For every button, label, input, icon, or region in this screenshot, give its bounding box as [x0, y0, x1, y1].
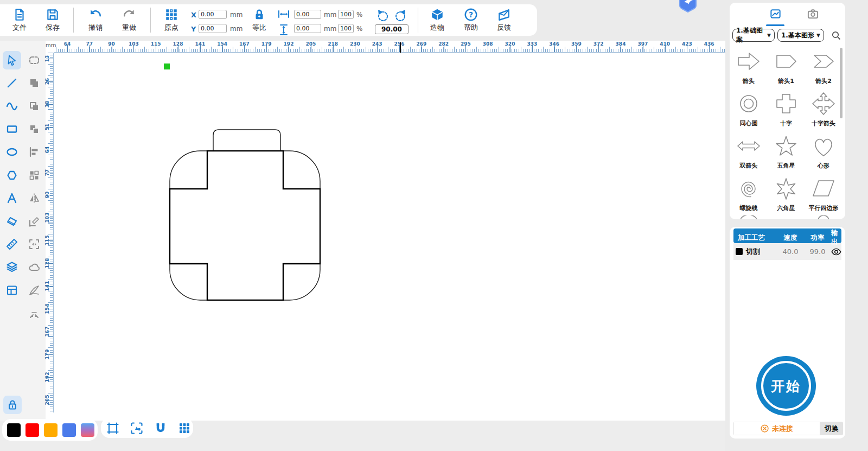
color-swatch-red[interactable] [25, 423, 39, 437]
undo-button[interactable]: 撤销 [82, 8, 108, 34]
shape-item-heart[interactable]: 心形 [807, 133, 840, 170]
curve-tool[interactable] [3, 97, 21, 116]
layout-tool[interactable] [3, 281, 21, 300]
collapse-panel-button[interactable] [25, 304, 43, 322]
ellipse-tool[interactable] [3, 143, 21, 161]
shape-item-arrow[interactable]: 箭头 [732, 48, 765, 85]
line-tool[interactable] [3, 74, 21, 92]
laser-position-marker[interactable] [164, 63, 170, 69]
shape-item-arrow2[interactable]: 箭头2 [807, 48, 840, 85]
width-percent-input[interactable] [338, 10, 354, 19]
mirror-tool[interactable] [25, 189, 43, 207]
color-swatch-orange[interactable] [44, 423, 58, 437]
cloud-tool[interactable] [25, 258, 43, 276]
shape-item-double-arrow[interactable]: 双箭头 [732, 133, 765, 170]
shape-item-cross-arrow[interactable]: 十字箭头 [807, 91, 840, 128]
subtract-icon [28, 100, 41, 113]
help-button[interactable]: ? 帮助 [458, 8, 484, 34]
application-window: mm 6477901031151281411541671791922052182… [0, 0, 868, 451]
distribute-tool[interactable] [25, 166, 43, 185]
process-card: 加工工艺 速度 功率 输出 切割 40.0 99.0 开始 [730, 227, 845, 439]
shape-item-star5[interactable]: 五角星 [769, 133, 803, 170]
connection-status: 未连接 [733, 422, 820, 435]
ruler-icon [5, 238, 18, 251]
shape-item-concentric-circle[interactable]: 同心圆 [732, 91, 765, 128]
intersect-icon [28, 123, 41, 136]
tab-gallery[interactable] [764, 8, 786, 26]
color-swatch-blue[interactable] [62, 423, 76, 437]
active-tab-underline [766, 24, 784, 26]
artboard-frame-icon [106, 421, 120, 435]
artboard-frame-button[interactable] [106, 421, 120, 435]
y-label: Y [191, 25, 196, 33]
width-unit: mm [324, 11, 336, 18]
shape-item-cross[interactable]: 十字 [769, 91, 803, 128]
color-swatch-gradient[interactable] [81, 423, 94, 437]
eraser-tool[interactable] [3, 212, 21, 231]
output-visibility-toggle[interactable] [831, 247, 841, 256]
text-tool[interactable] [3, 189, 21, 207]
subtract-tool[interactable] [25, 97, 43, 116]
start-button[interactable]: 开始 [756, 356, 816, 416]
polygon-tool[interactable] [3, 166, 21, 185]
grid-toggle-button[interactable] [177, 421, 192, 435]
union-tool[interactable] [25, 74, 43, 92]
shape-item-star6[interactable]: 六角星 [769, 175, 803, 212]
shape-library-scrollbar[interactable] [840, 48, 843, 118]
save-button[interactable]: 保存 [40, 8, 66, 34]
proportional-lock-button[interactable]: 等比 [246, 8, 272, 34]
canvas-lock-button[interactable] [3, 396, 22, 414]
snap-magnet-button[interactable] [154, 421, 168, 435]
rotation-input[interactable] [375, 24, 409, 34]
layer-color-swatch[interactable] [736, 248, 743, 255]
select-tool[interactable] [3, 51, 21, 69]
shape-item-parallelogram[interactable]: 平行四边形 [807, 175, 840, 212]
shape-library-card: 1.基础图案 ▼ 1.基本图形 ▼ 箭头 箭头1 箭头2 同心圆 十字 [730, 3, 845, 219]
height-input[interactable] [294, 24, 321, 33]
frame-tool[interactable] [25, 235, 43, 253]
height-percent-input[interactable] [338, 24, 354, 33]
shape-item-partial[interactable] [810, 215, 837, 219]
canvas-object-box-design[interactable] [163, 125, 326, 304]
color-swatch-black[interactable] [7, 423, 21, 437]
category-dropdown[interactable]: 1.基础图案 ▼ [732, 29, 775, 42]
cursor-icon [5, 54, 18, 67]
y-input[interactable] [199, 24, 227, 33]
measure-tool[interactable] [3, 235, 21, 253]
shape-item-spiral[interactable]: 螺旋线 [732, 175, 765, 212]
x-input[interactable] [199, 10, 227, 19]
layers-tool[interactable] [3, 258, 21, 276]
rotate-ccw-button[interactable] [376, 9, 390, 23]
union-icon [28, 77, 41, 90]
search-icon[interactable] [832, 31, 841, 40]
toolbar-divider [73, 8, 74, 33]
pen-tool[interactable] [25, 281, 43, 300]
shape-item-arrow1[interactable]: 箭头1 [769, 48, 803, 85]
layers-icon [5, 261, 18, 274]
assistant-badge-icon[interactable] [675, 0, 700, 13]
rotate-cw-button[interactable] [394, 9, 407, 23]
redo-button[interactable]: 重做 [116, 8, 142, 34]
switch-device-button[interactable]: 切换 [820, 422, 843, 435]
file-button[interactable]: 文件 [7, 8, 33, 34]
process-table-row[interactable]: 切割 40.0 99.0 [733, 243, 841, 260]
vertical-ruler: 1326385164779010311512814115416717919220… [46, 53, 54, 412]
height-unit: mm [324, 25, 336, 33]
subcategory-dropdown[interactable]: 1.基本图形 ▼ [777, 29, 824, 42]
origin-button[interactable]: 原点 [158, 8, 184, 34]
feedback-button[interactable]: 反馈 [491, 8, 517, 34]
chevron-down-icon: ▼ [767, 33, 771, 38]
node-edit-tool[interactable] [25, 212, 43, 231]
rectangle-tool[interactable] [3, 120, 21, 138]
marquee-select-tool[interactable] [25, 51, 43, 69]
color-palette [2, 419, 98, 441]
canvas[interactable] [46, 41, 725, 421]
lock-icon [252, 8, 266, 22]
select-objects-button[interactable] [130, 421, 144, 435]
intersect-tool[interactable] [25, 120, 43, 138]
shape-item-partial[interactable] [736, 215, 762, 219]
tab-camera[interactable] [802, 8, 824, 26]
create-button[interactable]: 造物 [424, 8, 450, 34]
align-tool[interactable] [25, 143, 43, 161]
width-input[interactable] [294, 10, 321, 19]
